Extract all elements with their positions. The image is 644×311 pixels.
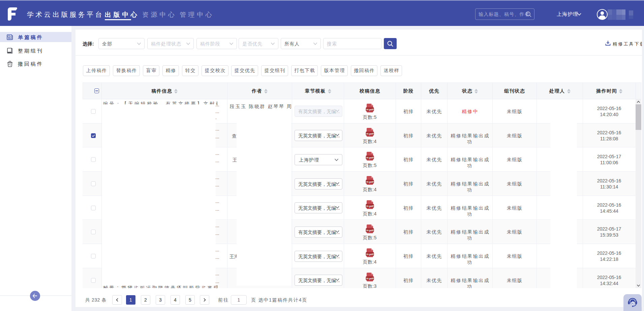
svg-text:H-pdf: H-pdf — [366, 205, 373, 208]
svg-text:H-pdf: H-pdf — [366, 229, 373, 232]
svg-text:H-pdf: H-pdf — [366, 108, 373, 111]
svg-text:H-pdf: H-pdf — [366, 277, 373, 280]
svg-text:H-pdf: H-pdf — [366, 157, 373, 160]
svg-text:H-pdf: H-pdf — [366, 132, 373, 135]
svg-text:H-pdf: H-pdf — [366, 180, 373, 183]
svg-text:H-pdf: H-pdf — [366, 253, 373, 256]
